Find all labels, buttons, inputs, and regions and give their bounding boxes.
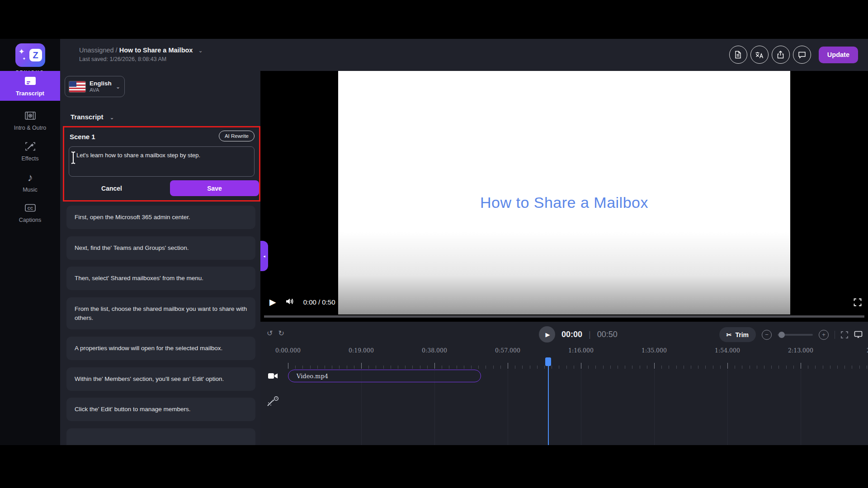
- logo-z-icon: Z: [29, 49, 42, 61]
- playhead-handle[interactable]: [545, 357, 551, 366]
- chevron-down-icon: ⌄: [110, 114, 114, 121]
- document-icon: [734, 51, 742, 59]
- video-slide-title: How to Share a Mailbox: [338, 194, 790, 211]
- language-selector[interactable]: English AVA ⌄: [65, 76, 125, 97]
- timeline-play-button[interactable]: ▶: [539, 326, 555, 343]
- share-button[interactable]: [772, 46, 790, 64]
- volume-icon[interactable]: [285, 297, 294, 307]
- clip-name: Video.mp4: [297, 373, 328, 380]
- sidebar: ✦ ✦ Z ZENIOUS Transcript Intro & Outro E…: [0, 39, 60, 445]
- redo-icon[interactable]: ↻: [278, 329, 284, 338]
- ruler-label: 0:00.000: [275, 347, 301, 354]
- timeline-current-time: 00:00: [561, 330, 582, 339]
- sidebar-item-transcript[interactable]: Transcript: [0, 71, 60, 101]
- share-icon: [777, 51, 784, 59]
- timeline-ruler[interactable]: [260, 357, 868, 369]
- panel-collapse-button[interactable]: ◂: [260, 241, 268, 271]
- film-icon: [24, 110, 36, 122]
- document-button[interactable]: [729, 46, 747, 64]
- sidebar-item-music[interactable]: ♪ Music: [0, 168, 60, 196]
- comment-button[interactable]: [793, 46, 811, 64]
- undo-icon[interactable]: ↺: [267, 329, 273, 338]
- display-icon[interactable]: [854, 331, 863, 338]
- svg-text:CC: CC: [27, 206, 33, 211]
- sparkle-small-icon: ✦: [23, 56, 26, 61]
- comment-icon: [798, 51, 806, 59]
- transcript-line[interactable]: Next, find the' Teams and Groups' sectio…: [66, 236, 255, 260]
- timeline-section: ↺ ↻ ▶ 00:00 | 00:50 ✂ Trim − +: [260, 322, 868, 445]
- chevron-down-icon: ⌄: [116, 84, 120, 90]
- ruler-label: 2:13.000: [788, 347, 813, 354]
- zoom-in-button[interactable]: +: [819, 330, 829, 340]
- zoom-out-button[interactable]: −: [762, 330, 772, 340]
- video-canvas[interactable]: How to Share a Mailbox: [338, 71, 790, 314]
- transcript-line[interactable]: Then, select' Shared mailboxes' from the…: [66, 267, 255, 290]
- header-actions: Update: [729, 46, 858, 64]
- us-flag-icon: [69, 81, 85, 92]
- transcript-line[interactable]: From the list, choose the shared mailbox…: [66, 297, 255, 329]
- scissors-icon: ✂: [726, 331, 732, 338]
- magic-wand-icon: [25, 141, 36, 152]
- transcript-line[interactable]: A properties window will open for the se…: [66, 337, 255, 360]
- chevron-down-icon[interactable]: ⌄: [198, 47, 203, 54]
- sidebar-item-captions[interactable]: CC Captions: [0, 198, 60, 226]
- timeline-clip-video[interactable]: Video.mp4: [288, 370, 481, 382]
- playhead-line: [548, 358, 549, 445]
- voice-name: AVA: [90, 87, 112, 93]
- brand-logo[interactable]: ✦ ✦ Z ZENIOUS: [0, 43, 60, 74]
- fullscreen-icon[interactable]: [854, 298, 862, 308]
- logo-mark: ✦ ✦ Z: [15, 43, 45, 67]
- fit-timeline-icon[interactable]: [841, 331, 848, 338]
- ruler-label: 0:19.000: [349, 347, 374, 354]
- sidebar-item-effects[interactable]: Effects: [0, 136, 60, 164]
- last-saved-label: Last saved: 1/26/2026, 8:08:43 AM: [79, 56, 166, 62]
- player-controls: ▶ 0:00 / 0:50: [269, 297, 335, 307]
- transcript-icon: [24, 75, 36, 87]
- seek-bar[interactable]: [264, 315, 864, 318]
- sidebar-item-label: Effects: [22, 155, 39, 162]
- ruler-label: 0:57.000: [495, 347, 520, 354]
- magic-track-icon[interactable]: [266, 395, 279, 410]
- time-separator: |: [589, 330, 591, 339]
- transcript-section-toggle[interactable]: Transcript⌄: [71, 113, 114, 121]
- scene-editor-actions: Cancel Save: [69, 180, 259, 196]
- music-note-icon: ♪: [28, 172, 33, 183]
- ruler-label: 0:38.000: [422, 347, 447, 354]
- breadcrumb[interactable]: Unassigned / How to Share a Mailbox ⌄: [79, 47, 203, 54]
- trim-label: Trim: [735, 331, 749, 338]
- transcript-line[interactable]: Click the' Edit' button to manage member…: [66, 398, 255, 421]
- play-icon[interactable]: ▶: [269, 297, 276, 307]
- trim-button[interactable]: ✂ Trim: [719, 327, 756, 342]
- transcript-line-clipped[interactable]: [66, 428, 255, 445]
- chevron-left-icon: ◂: [263, 254, 265, 258]
- sparkle-icon: ✦: [19, 47, 25, 56]
- cancel-button[interactable]: Cancel: [69, 185, 155, 192]
- toolbar-divider: [835, 331, 835, 339]
- transcript-line[interactable]: Within the' Members' section, you'll see…: [66, 367, 255, 391]
- ruler-label: 1:16.000: [568, 347, 594, 354]
- ai-rewrite-button[interactable]: AI Rewrite: [219, 131, 255, 141]
- player-time-display: 0:00 / 0:50: [303, 298, 335, 306]
- sidebar-item-label: Transcript: [16, 90, 44, 97]
- top-header: Unassigned / How to Share a Mailbox ⌄ La…: [60, 39, 868, 71]
- timeline-zoom-slider[interactable]: [778, 334, 813, 336]
- breadcrumb-title[interactable]: How to Share a Mailbox: [119, 47, 193, 54]
- save-button[interactable]: Save: [170, 180, 259, 196]
- transcript-line[interactable]: First, open the Microsoft 365 admin cent…: [66, 206, 255, 229]
- video-player: How to Share a Mailbox ▶ 0:00 / 0:50: [260, 71, 868, 322]
- breadcrumb-project[interactable]: Unassigned: [79, 47, 114, 54]
- zoom-slider-thumb[interactable]: [778, 332, 785, 338]
- language-name: English: [90, 80, 112, 87]
- transcript-panel: English AVA ⌄ Transcript⌄ Scene 1 AI Rew…: [60, 71, 260, 445]
- scene-title: Scene 1: [70, 133, 95, 141]
- sidebar-item-label: Music: [23, 187, 38, 193]
- ruler-label: 1:54.000: [715, 347, 740, 354]
- translate-button[interactable]: [750, 46, 769, 64]
- timeline-tracks: Video.mp4: [260, 370, 868, 445]
- update-button[interactable]: Update: [819, 47, 858, 63]
- scene-text-input[interactable]: [69, 146, 255, 177]
- transcript-section-label: Transcript: [71, 113, 104, 121]
- translate-icon: [755, 51, 764, 59]
- captions-icon: CC: [24, 202, 36, 214]
- sidebar-item-intro-outro[interactable]: Intro & Outro: [0, 106, 60, 134]
